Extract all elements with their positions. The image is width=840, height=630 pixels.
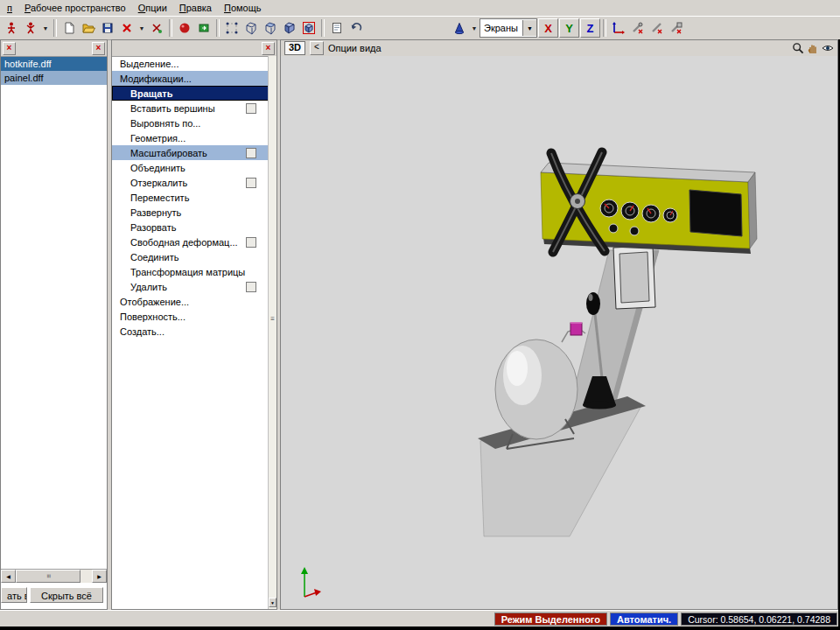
visibility-eye-icon[interactable] — [822, 42, 834, 54]
scroll-left-icon[interactable]: ◀ — [1, 570, 16, 583]
automatic-mode-status[interactable]: Автоматич. — [610, 612, 678, 626]
command-item[interactable]: Выделение... — [112, 56, 269, 71]
command-item-label: Модификации... — [120, 74, 192, 84]
menu-item-3[interactable]: Правка — [173, 1, 218, 15]
command-item[interactable]: Отображение... — [112, 294, 269, 309]
axis-y-button[interactable]: Y — [559, 18, 579, 38]
objects-mode-icon[interactable] — [280, 18, 299, 38]
pose-figure-icon[interactable] — [21, 18, 40, 38]
command-item[interactable]: Масштабировать — [112, 145, 269, 160]
gizmo-icon[interactable] — [609, 18, 628, 38]
command-item-checkbox[interactable] — [246, 282, 256, 292]
command-item[interactable]: Поверхность... — [112, 309, 269, 324]
command-item-checkbox[interactable] — [246, 103, 256, 114]
command-item[interactable]: Выровнять по... — [112, 116, 269, 130]
command-item[interactable]: Вращать — [112, 86, 269, 101]
command-item-label: Трансформация матрицы — [130, 267, 245, 277]
command-item[interactable]: Геометрия... — [112, 130, 269, 145]
toolbar-separator — [53, 19, 57, 37]
menu-item-4[interactable]: Помощь — [218, 1, 268, 15]
open-folder-icon[interactable] — [79, 18, 98, 38]
undo-icon[interactable] — [346, 18, 366, 38]
command-item-label: Соединить — [130, 252, 179, 262]
scene-files-panel: × × hotknife.dffpainel.dff ◀ ≡ ▶ ать всё… — [0, 39, 108, 610]
snap-vertex-icon[interactable] — [628, 18, 648, 38]
zoom-icon[interactable] — [792, 42, 804, 54]
notes-icon[interactable] — [327, 18, 346, 38]
command-item[interactable]: Свободная деформац... — [112, 234, 269, 249]
command-item[interactable]: Объединить — [112, 160, 269, 175]
command-item-checkbox[interactable] — [246, 178, 256, 188]
hscroll-thumb[interactable]: ≡ — [16, 570, 80, 583]
delete-icon[interactable] — [117, 18, 136, 38]
combo-arrow-icon[interactable]: ▼ — [522, 20, 536, 36]
command-item[interactable]: Удалить — [112, 279, 269, 294]
file-list-hscrollbar[interactable]: ◀ ≡ ▶ — [1, 569, 107, 583]
snap-face-icon[interactable] — [667, 18, 686, 38]
axis-x-button[interactable]: X — [538, 18, 558, 38]
command-item-label: Вращать — [130, 88, 172, 99]
command-panel-header[interactable]: × — [112, 40, 276, 57]
command-item[interactable]: Создать... — [112, 324, 269, 339]
export-icon[interactable] — [194, 18, 214, 38]
menu-item-1[interactable]: Рабочее пространство — [18, 1, 132, 15]
vertices-mode-icon[interactable] — [222, 18, 242, 38]
frame-model[interactable] — [613, 246, 655, 309]
screens-combo[interactable]: Экраны ▼ — [480, 18, 537, 38]
panel-close-icon[interactable]: × — [92, 42, 105, 55]
panel-close-icon[interactable]: × — [262, 42, 275, 55]
scroll-down-icon[interactable]: ▼ — [269, 598, 276, 607]
command-item-checkbox[interactable] — [246, 148, 256, 158]
command-item-checkbox[interactable] — [246, 237, 256, 248]
walk-figure-icon[interactable] — [2, 18, 21, 38]
view-options-title: Опции вида — [328, 43, 382, 53]
spray-cone-icon[interactable] — [450, 18, 469, 38]
snap-edge-icon[interactable] — [648, 18, 667, 38]
command-item-label: Геометрия... — [130, 133, 186, 144]
panel-close-icon[interactable]: × — [3, 42, 16, 55]
purge-icon[interactable] — [147, 18, 166, 38]
pan-hand-icon[interactable] — [807, 42, 819, 54]
command-item[interactable]: Трансформация матрицы — [112, 264, 269, 279]
file-panel-buttons: ать всё Скрыть всё — [1, 587, 107, 603]
toolbar-separator — [216, 19, 220, 37]
view-back-button[interactable]: < — [310, 41, 324, 55]
menu-item-2[interactable]: Опции — [132, 1, 173, 15]
splitter-grip-icon[interactable]: ≡ — [269, 315, 276, 323]
command-vscrollbar[interactable]: ≡ ▼ — [268, 56, 276, 609]
file-item[interactable]: painel.dff — [1, 71, 107, 85]
menu-item-0[interactable]: п — [1, 1, 18, 15]
new-document-icon[interactable] — [60, 18, 79, 38]
save-icon[interactable] — [98, 18, 117, 38]
hide-all-button[interactable]: Скрыть всё — [30, 587, 103, 603]
polygons-mode-icon[interactable] — [261, 18, 280, 38]
viewport-canvas[interactable] — [281, 56, 837, 609]
command-item-checkbox[interactable] — [249, 88, 260, 99]
file-item[interactable]: hotknife.dff — [1, 57, 107, 71]
spray-dropdown-icon[interactable]: ▼ — [469, 18, 480, 38]
command-item[interactable]: Разорвать — [112, 220, 269, 234]
command-item[interactable]: Модификации... — [112, 71, 269, 86]
command-list: Выделение...Модификации...ВращатьВставит… — [112, 56, 269, 609]
magenta-block-model[interactable] — [570, 323, 582, 335]
command-item[interactable]: Развернуть — [112, 205, 269, 220]
command-item[interactable]: Переместить — [112, 190, 269, 205]
figure-dropdown-icon[interactable]: ▼ — [40, 18, 51, 38]
command-item[interactable]: Соединить — [112, 249, 269, 264]
view-mode-button[interactable]: 3D — [284, 41, 305, 55]
scroll-right-icon[interactable]: ▶ — [92, 570, 107, 583]
edges-mode-icon[interactable] — [242, 18, 261, 38]
delete-dropdown-icon[interactable]: ▼ — [136, 18, 147, 38]
command-item[interactable]: Отзеркалить — [112, 175, 269, 190]
selection-mode-icon[interactable] — [299, 18, 318, 38]
show-all-button[interactable]: ать всё — [1, 587, 27, 603]
axis-z-button[interactable]: Z — [580, 18, 600, 38]
record-sphere-icon[interactable] — [175, 18, 194, 38]
selection-mode-status[interactable]: Режим Выделенного — [494, 612, 607, 626]
command-item[interactable]: Вставить вершины — [112, 101, 269, 116]
window-bottom-edge — [0, 626, 840, 630]
viewport-header: 3D < Опции вида — [281, 40, 837, 57]
file-panel-header[interactable]: × × — [1, 40, 107, 57]
toolbar-separator — [321, 19, 325, 37]
statusbar: Режим Выделенного Автоматич. Cursor: 0.5… — [0, 610, 838, 626]
